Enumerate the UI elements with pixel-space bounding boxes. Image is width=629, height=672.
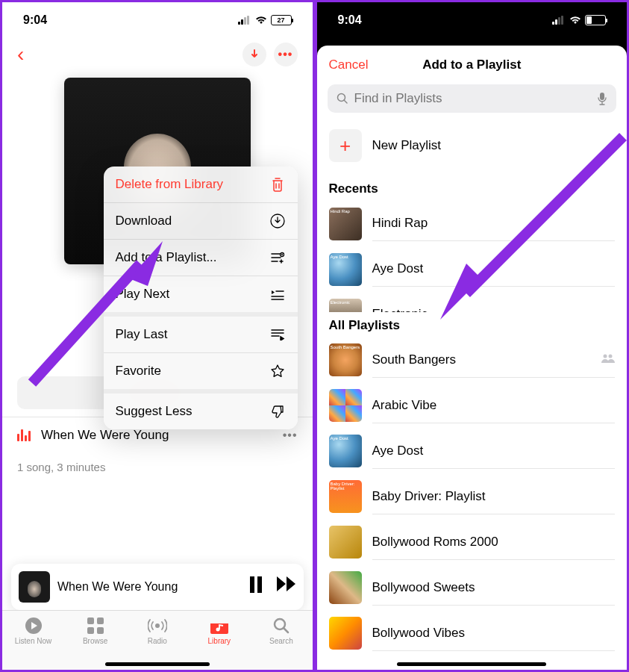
menu-favorite[interactable]: Favorite [104, 353, 298, 393]
tab-library[interactable]: Library [188, 617, 250, 645]
svg-rect-8 [97, 627, 104, 634]
right-screenshot: 9:04 27 Cancel Add to a Playlist + New P… [315, 0, 630, 672]
playlist-name: South Bangers [372, 352, 456, 367]
playlist-art: Hindi Rap [329, 208, 362, 240]
search-icon [337, 93, 348, 105]
tab-radio[interactable]: Radio [126, 617, 188, 645]
playlist-art [329, 526, 362, 559]
tab-browse[interactable]: Browse [64, 617, 126, 645]
playlist-name: Bollywood Vibes [372, 626, 465, 641]
tab-listen-now[interactable]: Listen Now [2, 617, 64, 645]
new-playlist-button[interactable]: + New Playlist [317, 122, 628, 175]
cellular-icon [238, 16, 251, 25]
battery-icon: 27 [585, 15, 606, 25]
download-button[interactable] [242, 43, 266, 66]
playlist-item[interactable]: Bollywood Vibes [317, 611, 628, 656]
menu-suggest-less-label: Suggest Less [116, 404, 193, 419]
status-icons: 27 [552, 15, 606, 25]
playlist-name: Bollywood Roms 2000 [372, 535, 498, 550]
playlist-item[interactable]: Aye DostAye Dost [317, 246, 628, 292]
play-last-icon [269, 326, 286, 343]
all-playlists-list: South BangersSouth BangersArabic VibeAye… [317, 337, 628, 671]
playlist-item[interactable]: Baby Driver: PlaylistBaby Driver: Playli… [317, 474, 628, 520]
menu-favorite-label: Favorite [116, 364, 161, 379]
nav-bar: ‹ ••• [2, 35, 313, 74]
recents-list: Hindi RapHindi RapAye DostAye DostElectr… [317, 201, 628, 312]
menu-delete[interactable]: Delete from Library [104, 167, 298, 203]
search-input[interactable] [354, 91, 592, 106]
menu-suggest-less[interactable]: Suggest Less [104, 393, 298, 429]
svg-point-17 [609, 355, 613, 358]
svg-rect-6 [97, 617, 104, 624]
status-icons: 27 [238, 15, 292, 25]
playlist-item[interactable]: ElectronicElectronic [317, 292, 628, 312]
thumbs-down-icon [269, 403, 286, 420]
sheet-title: Add to a Playlist [422, 57, 521, 72]
all-playlists-header: All Playlists [317, 312, 628, 337]
now-playing-title: When We Were Young [57, 580, 241, 594]
status-time: 9:04 [338, 13, 362, 27]
menu-download-label: Download [116, 214, 172, 228]
context-menu: Delete from Library Download Add to a Pl… [104, 167, 298, 429]
new-playlist-label: New Playlist [372, 138, 442, 153]
left-screenshot: 9:04 27 ‹ ••• Delete from Library Downlo… [0, 0, 315, 672]
playlist-name: Aye Dost [372, 261, 424, 276]
radio-icon [148, 617, 167, 635]
home-indicator[interactable] [105, 662, 210, 666]
menu-play-last[interactable]: Play Last [104, 317, 298, 353]
back-button[interactable]: ‹ [17, 43, 24, 66]
playlist-name: Baby Driver: Playlist [372, 489, 486, 504]
playlist-item[interactable]: Bollywood Sweets [317, 565, 628, 611]
dictation-icon[interactable] [597, 92, 607, 105]
playlist-item[interactable]: Arabic Vibe [317, 383, 628, 429]
svg-rect-5 [87, 617, 94, 624]
next-button[interactable] [277, 576, 296, 597]
now-playing-bars-icon [17, 429, 31, 441]
add-to-list-icon [269, 249, 286, 266]
cancel-button[interactable]: Cancel [329, 57, 369, 72]
song-info: 1 song, 3 minutes [2, 453, 313, 481]
menu-add-playlist-label: Add to a Playlist... [116, 250, 217, 265]
now-playing-art [19, 571, 50, 603]
playlist-art: Aye Dost [329, 435, 362, 467]
pause-button[interactable] [248, 576, 263, 597]
svg-rect-2 [250, 576, 254, 593]
svg-rect-15 [600, 93, 604, 100]
playlist-name: Bollywood Sweets [372, 580, 475, 595]
grid-icon [87, 617, 104, 635]
wifi-icon [569, 16, 581, 25]
tab-bar: Listen Now Browse Radio Library Search [2, 610, 313, 670]
now-playing-bar[interactable]: When We Were Young [11, 564, 304, 610]
wifi-icon [255, 16, 267, 25]
playlist-item[interactable]: Aye DostAye Dost [317, 429, 628, 474]
home-indicator[interactable] [397, 662, 546, 666]
shared-icon [601, 353, 615, 366]
menu-delete-label: Delete from Library [116, 177, 224, 192]
status-bar: 9:04 27 [2, 2, 313, 35]
tab-search[interactable]: Search [250, 617, 312, 645]
menu-add-playlist[interactable]: Add to a Playlist... [104, 240, 298, 276]
download-arrow-icon [249, 49, 260, 60]
menu-play-next-label: Play Next [116, 287, 170, 302]
playlist-item[interactable]: Hindi RapHindi Rap [317, 201, 628, 246]
playlist-item[interactable]: South BangersSouth Bangers [317, 337, 628, 383]
library-icon [210, 617, 228, 635]
menu-play-next[interactable]: Play Next [104, 276, 298, 317]
star-icon [269, 363, 286, 379]
svg-rect-7 [87, 627, 94, 634]
playlist-name: Hindi Rap [372, 216, 428, 231]
playlist-art [329, 617, 362, 650]
track-name: When We Were Young [41, 428, 272, 443]
playlist-art: Electronic [329, 299, 362, 312]
battery-icon: 27 [271, 15, 292, 25]
cellular-icon [552, 16, 566, 25]
playlist-item[interactable]: Bollywood Roms 2000 [317, 520, 628, 565]
track-more-button[interactable]: ••• [283, 429, 298, 442]
menu-download[interactable]: Download [104, 203, 298, 240]
playlist-art [329, 389, 362, 422]
more-button[interactable]: ••• [274, 43, 298, 66]
search-bar[interactable] [328, 84, 617, 113]
menu-play-last-label: Play Last [116, 327, 168, 342]
add-to-playlist-sheet: Cancel Add to a Playlist + New Playlist … [317, 46, 628, 670]
playlist-art: Aye Dost [329, 253, 362, 286]
